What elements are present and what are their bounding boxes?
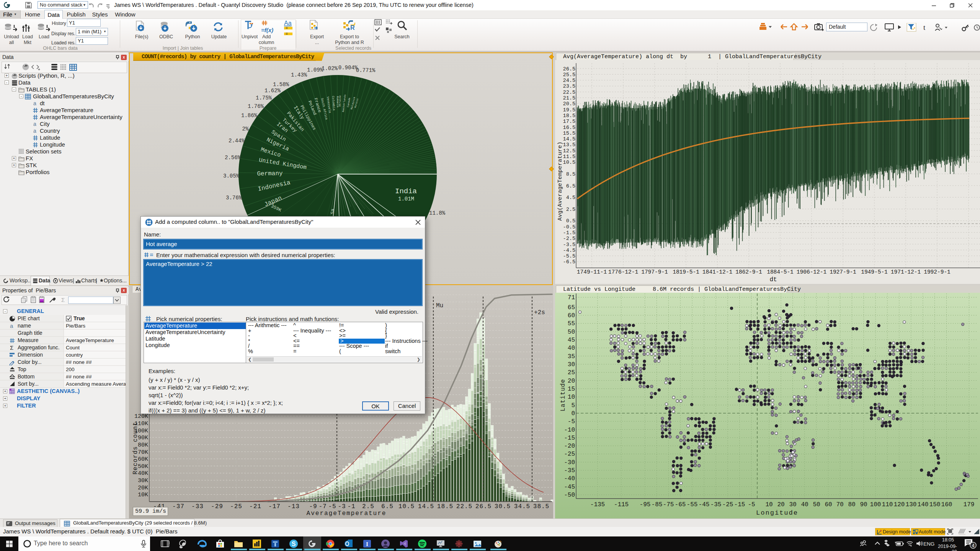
svg-text:Aa: Aa [284, 20, 292, 26]
svg-text:-5.5: -5.5 [563, 253, 575, 259]
svg-text:35: 35 [568, 353, 575, 360]
svg-text:-35: -35 [710, 501, 722, 508]
svg-text:-30: -30 [564, 459, 575, 466]
svg-text:55: 55 [568, 320, 575, 327]
svg-text:-5: -5 [568, 418, 575, 425]
svg-text:-75: -75 [663, 501, 674, 508]
svg-text:-35: -35 [564, 467, 575, 474]
svg-text:45: 45 [568, 337, 575, 344]
svg-text:-55: -55 [687, 501, 698, 508]
svg-text:-5: -5 [328, 503, 336, 510]
svg-text:17.5: 17.5 [563, 119, 575, 124]
svg-text:R: R [350, 24, 355, 31]
svg-text:1.01M: 1.01M [398, 196, 414, 202]
svg-text:10: 10 [765, 501, 773, 508]
svg-text:6.5: 6.5 [566, 183, 575, 189]
svg-text:20: 20 [777, 501, 784, 508]
svg-text:15.5: 15.5 [563, 130, 575, 136]
svg-text:-40: -40 [564, 475, 575, 482]
svg-text:30: 30 [568, 361, 575, 368]
svg-text:-21: -21 [249, 503, 261, 510]
svg-text:1949-5-1: 1949-5-1 [861, 269, 888, 275]
svg-text:-13: -13 [287, 503, 300, 510]
svg-text:110: 110 [882, 501, 893, 508]
svg-text:=: = [286, 32, 288, 35]
svg-text:179: 179 [964, 501, 975, 508]
svg-text:a: a [10, 323, 13, 329]
svg-text:60: 60 [825, 501, 832, 508]
svg-text:-25: -25 [564, 451, 575, 458]
svg-text:1.58%: 1.58% [273, 82, 289, 88]
svg-text:24.5: 24.5 [563, 78, 575, 83]
svg-text:-5: -5 [748, 501, 755, 508]
svg-text:2%: 2% [242, 126, 249, 132]
svg-text:21.5: 21.5 [563, 95, 575, 101]
svg-text:90: 90 [860, 501, 867, 508]
svg-text:India: India [395, 187, 417, 196]
svg-text:1862-9-1: 1862-9-1 [735, 269, 762, 275]
svg-text:10.5: 10.5 [563, 160, 575, 165]
svg-text:-3: -3 [338, 503, 346, 510]
svg-text:Σ: Σ [61, 297, 65, 303]
svg-text:-9: -9 [309, 503, 317, 510]
svg-text:26.5: 26.5 [563, 66, 575, 72]
svg-text:140: 140 [918, 501, 929, 508]
svg-text:-4.5: -4.5 [563, 248, 575, 253]
svg-text:-37: -37 [172, 503, 185, 510]
svg-text:t: t [923, 23, 926, 31]
svg-text:a: a [33, 100, 36, 106]
svg-text:=: = [286, 26, 288, 30]
svg-text:3.76%: 3.76% [226, 195, 242, 201]
svg-text:dt: dt [769, 276, 777, 283]
svg-text:Sa: Sa [330, 209, 335, 214]
svg-text:0.5: 0.5 [566, 218, 575, 224]
svg-text:-2.5: -2.5 [563, 236, 575, 241]
svg-text:50: 50 [813, 501, 820, 508]
svg-text:12.5: 12.5 [563, 148, 575, 154]
svg-text:2.56%: 2.56% [225, 155, 241, 161]
svg-text:-85: -85 [652, 501, 663, 508]
svg-text:0.904%: 0.904% [338, 65, 358, 71]
svg-text:Ukraine: Ukraine [338, 95, 341, 107]
svg-text:-10: -10 [564, 427, 575, 434]
svg-text:AverageTemperature: AverageTemperature [307, 510, 387, 517]
svg-text:100: 100 [870, 501, 881, 508]
svg-text:4.5: 4.5 [566, 195, 575, 201]
svg-text:38.5: 38.5 [533, 503, 549, 510]
svg-text:-115: -115 [614, 501, 629, 508]
svg-text:-95: -95 [640, 501, 651, 508]
svg-text:2.44%: 2.44% [229, 138, 245, 144]
svg-text:-6.5: -6.5 [563, 259, 575, 265]
svg-text:1797-9-1: 1797-9-1 [641, 269, 668, 275]
svg-text:1.62%: 1.62% [265, 88, 281, 94]
svg-text:1749-11-1: 1749-11-1 [577, 269, 607, 275]
svg-text:30.5: 30.5 [495, 503, 511, 510]
svg-text:10: 10 [568, 394, 575, 401]
svg-text:-25: -25 [722, 501, 733, 508]
svg-text:71: 71 [568, 294, 575, 301]
svg-text:-0.5: -0.5 [563, 224, 575, 230]
svg-text:2.5: 2.5 [566, 207, 575, 212]
svg-text:2.5: 2.5 [362, 503, 374, 510]
svg-text:20: 20 [568, 378, 575, 385]
svg-text:34.5: 34.5 [514, 503, 530, 510]
svg-text:4: 4 [972, 543, 975, 548]
svg-text:-29: -29 [211, 503, 223, 510]
svg-text:-1.5: -1.5 [563, 230, 575, 236]
svg-text:1.76%: 1.76% [248, 103, 264, 109]
svg-text:-15: -15 [564, 435, 575, 442]
svg-text:1776-12-1: 1776-12-1 [608, 269, 638, 275]
svg-text:14.5: 14.5 [563, 136, 575, 142]
svg-text:1.02%: 1.02% [322, 65, 338, 72]
svg-text:22.5: 22.5 [456, 503, 472, 510]
svg-text:18.5: 18.5 [563, 113, 575, 119]
svg-text:-20: -20 [564, 443, 575, 450]
svg-text:25.5: 25.5 [563, 72, 575, 78]
svg-text:-7: -7 [318, 503, 327, 510]
svg-text:19.5: 19.5 [563, 107, 575, 113]
svg-text:30: 30 [789, 501, 796, 508]
svg-text:a: a [33, 121, 36, 127]
svg-text:23.5: 23.5 [563, 83, 575, 89]
svg-text:I: I [366, 541, 368, 547]
svg-text:-50: -50 [564, 492, 575, 499]
